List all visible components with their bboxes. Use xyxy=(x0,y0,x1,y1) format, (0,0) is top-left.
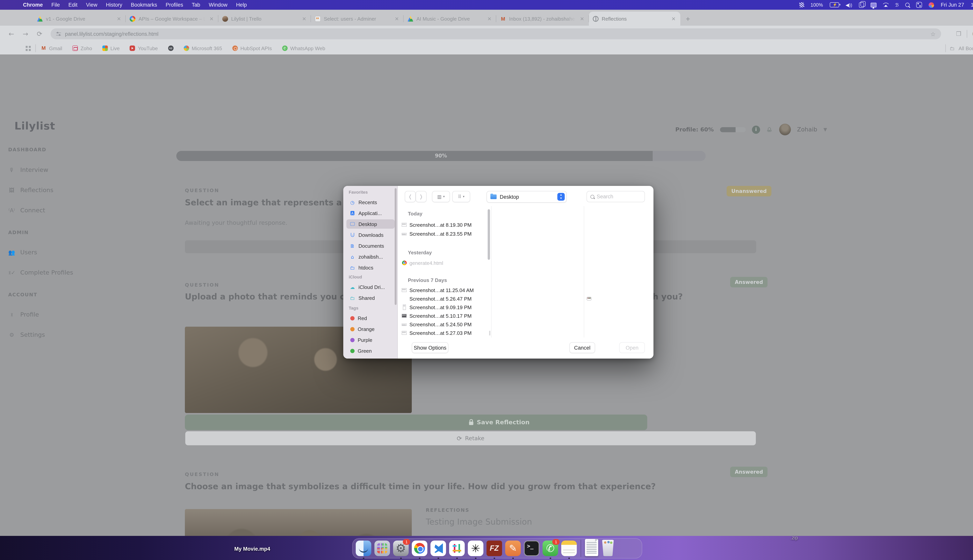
dock-trash-icon[interactable] xyxy=(601,540,615,556)
tab-close-icon[interactable]: ✕ xyxy=(579,16,585,22)
column-divider[interactable] xyxy=(584,206,584,338)
info-icon[interactable]: i xyxy=(752,125,760,133)
menu-profiles[interactable]: Profiles xyxy=(166,2,183,8)
tab-gmail-inbox[interactable]: M Inbox (13,892) - zohaibshahe ✕ xyxy=(496,12,589,26)
open-button[interactable]: Open xyxy=(619,342,645,353)
back-button[interactable]: ← xyxy=(8,30,14,38)
bluetooth-icon[interactable]: ℬ xyxy=(895,2,899,8)
tag-orange[interactable]: Orange xyxy=(346,324,395,334)
bookmark-microsoft-365[interactable]: Microsoft 365 xyxy=(184,45,222,51)
menu-help[interactable]: Help xyxy=(236,2,247,8)
app-logo[interactable]: Lilylist xyxy=(14,120,55,132)
chevron-down-icon[interactable]: ▼ xyxy=(824,127,827,132)
dock-chrome-icon[interactable] xyxy=(412,540,427,556)
menu-bookmarks[interactable]: Bookmarks xyxy=(131,2,157,8)
dock-launchpad-icon[interactable] xyxy=(374,540,390,556)
file-row[interactable]: Screenshot…at 5.27.03 PM xyxy=(402,329,487,337)
user-avatar[interactable] xyxy=(779,124,791,135)
apps-grid-icon[interactable] xyxy=(26,46,31,51)
tag-purple[interactable]: Purple xyxy=(346,335,395,345)
dock-terminal-icon[interactable] xyxy=(524,540,540,556)
forward-button[interactable]: → xyxy=(23,30,28,38)
retake-button[interactable]: ⟳Retake xyxy=(185,431,756,446)
screen-mirroring-icon[interactable] xyxy=(859,2,864,8)
sidebar-item-users[interactable]: 👥Users xyxy=(8,249,37,256)
dock-slack-icon[interactable] xyxy=(449,540,465,556)
new-tab-button[interactable]: + xyxy=(686,15,690,23)
tab-reflections-active[interactable]: Reflections ✕ xyxy=(589,12,680,26)
bookmark-upwork[interactable]: up xyxy=(168,45,173,51)
tab-close-icon[interactable]: ✕ xyxy=(394,16,400,22)
menu-window[interactable]: Window xyxy=(209,2,227,8)
tab-close-icon[interactable]: ✕ xyxy=(670,16,676,22)
keyboard-brightness-icon[interactable] xyxy=(799,2,804,8)
bookmark-zoho[interactable]: Zoho xyxy=(72,45,92,51)
sidebar-item-shared[interactable]: 🗀Shared xyxy=(346,293,395,303)
tab-ai-music-drive[interactable]: AI Music - Google Drive ✕ xyxy=(404,12,496,26)
file-row[interactable]: Screenshot…at 5.26.47 PM xyxy=(402,295,487,303)
tab-adminer[interactable]: Select: users - Adminer ✕ xyxy=(311,12,404,26)
dock-system-settings-icon[interactable]: 1 xyxy=(393,540,409,556)
bookmark-star-icon[interactable]: ☆ xyxy=(930,31,936,38)
tab-close-icon[interactable]: ✕ xyxy=(486,16,492,22)
dock-whatsapp-icon[interactable]: 1 xyxy=(543,540,558,556)
extensions-icon[interactable]: ❒ xyxy=(956,30,961,37)
dock-document-icon[interactable] xyxy=(585,539,598,556)
dock-finder-icon[interactable] xyxy=(356,540,371,556)
menu-history[interactable]: History xyxy=(106,2,122,8)
all-bookmarks-button[interactable]: All Bookmarks xyxy=(959,45,973,51)
sidebar-scrollbar[interactable] xyxy=(395,188,396,305)
tag-red[interactable]: Red xyxy=(346,313,395,323)
file-row[interactable]: Screenshot…at 5.10.17 PM xyxy=(402,312,487,320)
column-resize-handle[interactable]: ▕▏ xyxy=(486,331,493,335)
save-reflection-button[interactable]: Save Reflection xyxy=(185,415,647,430)
menu-chrome[interactable]: Chrome xyxy=(23,2,43,8)
dock-vscode-icon[interactable] xyxy=(430,540,446,556)
tab-close-icon[interactable]: ✕ xyxy=(301,16,307,22)
bookmark-hubspot-apis[interactable]: HubSpot APIs xyxy=(232,45,272,51)
sidebar-item-complete-profiles[interactable]: 🯅✓Complete Profiles xyxy=(8,269,73,276)
dialog-search-field[interactable]: Search xyxy=(587,191,645,202)
address-bar[interactable]: panel.lilylist.com/staging/reflections.h… xyxy=(50,28,941,39)
wifi-icon[interactable] xyxy=(883,3,888,7)
sidebar-item-desktop[interactable]: 🖵Desktop xyxy=(346,219,395,229)
sidebar-item-profile[interactable]: 🯅Profile xyxy=(8,311,39,318)
sidebar-item-connect[interactable]: ⁽A⁾Connect xyxy=(8,207,45,214)
spotlight-icon[interactable] xyxy=(905,3,909,7)
column-view-button[interactable]: ▥▾ xyxy=(432,191,450,202)
file-row[interactable]: Screenshot…at 9.09.19 PM xyxy=(402,303,487,311)
location-popup[interactable]: Desktop ▲▼ xyxy=(486,191,567,203)
dialog-back-button[interactable]: ❬ xyxy=(405,191,416,202)
user-name[interactable]: Zohaib xyxy=(797,126,818,133)
sidebar-item-interview[interactable]: 🎙Interview xyxy=(8,167,48,173)
cancel-button[interactable]: Cancel xyxy=(569,342,595,353)
show-options-button[interactable]: Show Options xyxy=(412,342,448,353)
notifications-bell-icon[interactable]: 🕭 xyxy=(766,126,773,133)
sidebar-item-htdocs[interactable]: 🗀htdocs xyxy=(346,263,395,272)
menu-file[interactable]: File xyxy=(51,2,60,8)
dialog-forward-button[interactable]: ❭ xyxy=(416,191,426,202)
file-row[interactable]: Screenshot…at 11.25.04 AM xyxy=(402,286,487,294)
menu-tab[interactable]: Tab xyxy=(192,2,200,8)
bookmark-gmail[interactable]: MGmail xyxy=(41,45,62,51)
file-row[interactable]: Screenshot…at 8.19.30 PM xyxy=(402,221,487,229)
desktop-file-label[interactable]: My Movie.mp4 xyxy=(234,546,270,552)
tab-lilylist-trello[interactable]: Lilylist | Trello ✕ xyxy=(218,12,311,26)
menu-view[interactable]: View xyxy=(86,2,97,8)
bookmark-youtube[interactable]: YouTube xyxy=(130,45,158,51)
sidebar-item-applications[interactable]: 🅰Applicati... xyxy=(346,208,395,218)
sidebar-item-settings[interactable]: ⚙Settings xyxy=(8,331,45,338)
sidebar-item-reflections[interactable]: 🖽Reflections xyxy=(8,187,53,194)
menu-bar-clock[interactable]: 11:54 PM xyxy=(971,2,973,8)
dock-editor-icon[interactable] xyxy=(505,540,521,556)
color-profile-icon[interactable] xyxy=(929,2,934,8)
battery-icon[interactable]: ⚡ xyxy=(829,2,839,7)
dock-filezilla-icon[interactable] xyxy=(486,540,502,556)
file-list-scrollbar[interactable] xyxy=(488,209,490,260)
reload-button[interactable]: ⟳ xyxy=(37,30,42,38)
sidebar-item-downloads[interactable]: ⨃Downloads xyxy=(346,230,395,240)
control-center-icon[interactable] xyxy=(916,2,922,8)
bookmark-live[interactable]: Live xyxy=(102,45,120,51)
sidebar-item-documents[interactable]: 🗎Documents xyxy=(346,241,395,250)
bookmark-whatsapp-web[interactable]: ✆WhatsApp Web xyxy=(282,45,325,51)
